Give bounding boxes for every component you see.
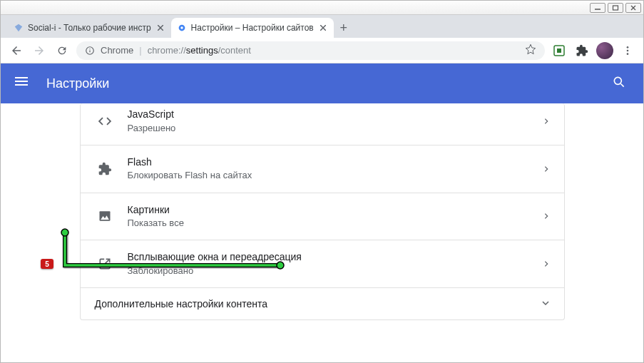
minimize-button[interactable] (590, 3, 605, 13)
address-bar: Chrome | chrome://settings/content (1, 38, 643, 63)
svg-rect-1 (613, 6, 618, 10)
chevron-right-icon (543, 210, 550, 223)
close-icon[interactable] (318, 23, 328, 33)
additional-settings-toggle[interactable]: Дополнительные настройки контента (81, 287, 564, 319)
divider: | (139, 45, 141, 56)
close-button[interactable] (625, 3, 641, 13)
window-title-bar (1, 1, 643, 15)
launch-icon (95, 254, 115, 274)
chevron-right-icon (543, 115, 550, 128)
settings-header: Настройки (1, 63, 643, 103)
code-icon (95, 111, 115, 131)
reload-button[interactable] (53, 42, 71, 59)
svg-rect-15 (557, 48, 561, 53)
profile-avatar[interactable] (596, 42, 613, 59)
diamond-icon (14, 23, 24, 33)
chevron-right-icon (543, 163, 550, 175)
svg-point-19 (614, 77, 621, 84)
svg-line-20 (621, 84, 624, 87)
svg-point-23 (61, 229, 68, 236)
puzzle-icon (95, 159, 115, 179)
menu-icon[interactable] (15, 75, 32, 92)
page-title: Настройки (46, 76, 612, 91)
forward-button[interactable] (31, 42, 48, 59)
svg-point-8 (180, 26, 183, 29)
setting-subtitle: Разрешено (128, 122, 543, 135)
bookmark-star-icon[interactable] (525, 44, 536, 57)
setting-subtitle: Заблокировано (128, 265, 543, 277)
browser-window: Social-i - Только рабочие инстр Настройк… (0, 0, 644, 363)
tabs-bar: Social-i - Только рабочие инстр Настройк… (1, 15, 643, 38)
back-button[interactable] (8, 42, 25, 59)
tab-title: Social-i - Только рабочие инстр (28, 23, 151, 33)
close-icon[interactable] (155, 23, 165, 33)
menu-button[interactable] (619, 42, 636, 59)
maximize-button[interactable] (608, 3, 623, 13)
tab-settings[interactable]: Настройки – Настройки сайтов (171, 18, 334, 38)
browser-label: Chrome (101, 45, 133, 56)
settings-list: JavaScript Разрешено Flash Блокировать F… (80, 103, 565, 320)
setting-title: JavaScript (128, 108, 543, 122)
chevron-down-icon (541, 298, 550, 310)
address-field[interactable]: Chrome | chrome://settings/content (76, 41, 545, 60)
svg-point-16 (627, 46, 629, 48)
tab-social-i[interactable]: Social-i - Только рабочие инстр (8, 18, 171, 38)
setting-title: Картинки (128, 203, 543, 218)
setting-title: Flash (128, 155, 543, 170)
setting-images[interactable]: Картинки Показать все (81, 193, 564, 240)
tab-title: Настройки – Настройки сайтов (191, 23, 314, 33)
annotation-badge: 5 (41, 259, 53, 269)
setting-javascript[interactable]: JavaScript Разрешено (81, 103, 564, 145)
setting-popups[interactable]: Всплывающие окна и переадресация Заблоки… (81, 240, 564, 287)
setting-title: Всплывающие окна и переадресация (128, 250, 543, 265)
image-icon (95, 206, 115, 226)
setting-flash[interactable]: Flash Блокировать Flash на сайтах (81, 145, 564, 193)
info-icon (85, 46, 95, 56)
gear-icon (177, 23, 187, 33)
chevron-right-icon (543, 257, 550, 270)
svg-point-17 (627, 49, 629, 51)
setting-subtitle: Блокировать Flash на сайтах (128, 169, 543, 182)
extension-adblock-icon[interactable] (551, 42, 568, 59)
extensions-icon[interactable] (573, 42, 591, 59)
url-text: chrome://settings/content (148, 45, 251, 56)
new-tab-button[interactable]: + (334, 18, 354, 38)
svg-point-18 (627, 53, 629, 55)
search-icon[interactable] (612, 75, 629, 92)
setting-subtitle: Показать все (128, 217, 543, 230)
content-area[interactable]: JavaScript Разрешено Flash Блокировать F… (1, 103, 643, 362)
expand-label: Дополнительные настройки контента (95, 298, 267, 310)
svg-marker-4 (15, 24, 23, 32)
